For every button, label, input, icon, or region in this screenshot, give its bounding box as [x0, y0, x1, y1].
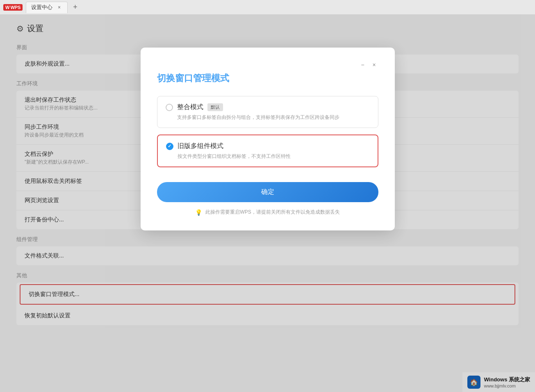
- wps-logo-icon: W: [5, 5, 9, 10]
- legacy-label: 旧版多组件模式: [178, 142, 223, 150]
- confirm-button[interactable]: 确定: [157, 182, 378, 202]
- wps-logo-label: WPS: [10, 5, 20, 10]
- modal-overlay: − × 切换窗口管理模式 整合模式 默认 支持多窗口多标签自由拆分与组合，支持标…: [0, 15, 535, 392]
- titlebar: W WPS 设置中心 × +: [0, 0, 535, 15]
- legacy-desc: 按文件类型分窗口组织文档标签，不支持工作区特性: [166, 153, 369, 160]
- radio-option-legacy[interactable]: 旧版多组件模式 按文件类型分窗口组织文档标签，不支持工作区特性: [157, 134, 378, 167]
- wps-logo: W WPS: [3, 4, 23, 11]
- modal-title-bar: − ×: [157, 61, 378, 69]
- warning-note: 💡 此操作需要重启WPS，请提前关闭所有文件以免造成数据丢失: [157, 209, 378, 216]
- integrated-desc: 支持多窗口多标签自由拆分与组合，支持标签列表保存为工作区跨设备同步: [166, 114, 370, 121]
- modal-heading: 切换窗口管理模式: [157, 72, 378, 84]
- default-badge: 默认: [207, 103, 223, 111]
- tab-close-button[interactable]: ×: [56, 4, 62, 11]
- settings-tab-label: 设置中心: [31, 4, 52, 11]
- warning-text: 此操作需要重启WPS，请提前关闭所有文件以免造成数据丢失: [205, 209, 339, 216]
- settings-tab[interactable]: 设置中心 ×: [26, 2, 68, 13]
- legacy-option-header: 旧版多组件模式: [166, 142, 369, 150]
- radio-option-integrated[interactable]: 整合模式 默认 支持多窗口多标签自由拆分与组合，支持标签列表保存为工作区跨设备同…: [157, 96, 378, 128]
- integrated-option-header: 整合模式 默认: [166, 103, 370, 112]
- legacy-radio-circle: [166, 143, 173, 150]
- modal-window: − × 切换窗口管理模式 整合模式 默认 支持多窗口多标签自由拆分与组合，支持标…: [141, 48, 395, 230]
- integrated-label: 整合模式: [177, 103, 203, 112]
- new-tab-button[interactable]: +: [69, 2, 81, 13]
- bulb-icon: 💡: [195, 209, 202, 216]
- integrated-radio-circle: [166, 104, 173, 111]
- modal-close-button[interactable]: ×: [370, 61, 378, 69]
- modal-minimize-button[interactable]: −: [359, 61, 367, 69]
